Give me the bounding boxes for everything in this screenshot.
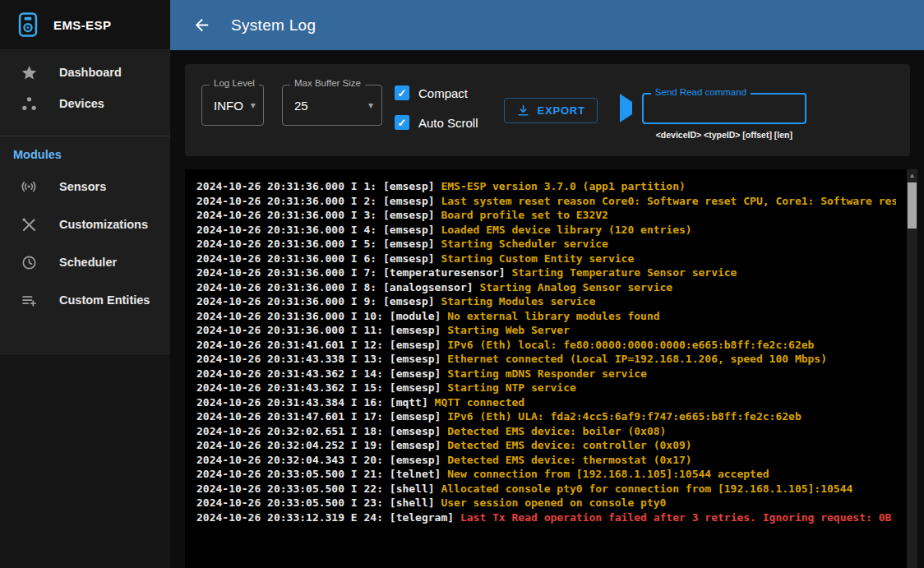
log-line-message: Ethernet connected (Local IP=192.168.1.2…: [447, 353, 827, 365]
log-line-prefix: 2024-10-26 20:31:36.000 I 2: [emsesp]: [196, 195, 441, 207]
log-line-prefix: 2024-10-26 20:32:02.651 I 18: [emsesp]: [196, 425, 447, 437]
export-button-label: EXPORT: [538, 104, 585, 117]
log-line-message: Starting Temperature Sensor service: [512, 266, 737, 279]
log-line-prefix: 2024-10-26 20:31:43.338 I 13: [emsesp]: [196, 353, 447, 365]
log-line: 2024-10-26 20:32:04.343 I 20: [emsesp] D…: [196, 453, 896, 468]
log-line-prefix: 2024-10-26 20:33:05.500 I 21: [telnet]: [196, 468, 447, 480]
log-line-prefix: 2024-10-26 20:33:05.500 I 23: [shell]: [196, 496, 441, 509]
log-line-prefix: 2024-10-26 20:32:04.252 I 19: [emsesp]: [196, 439, 447, 451]
log-line: 2024-10-26 20:31:36.000 I 3: [emsesp] Bo…: [196, 208, 896, 223]
log-line: 2024-10-26 20:32:02.651 I 18: [emsesp] D…: [196, 424, 896, 439]
playlist-add-icon: [19, 290, 39, 310]
log-line-message: Starting Web Server: [447, 324, 570, 336]
log-line-prefix: 2024-10-26 20:31:43.384 I 16: [mqtt]: [196, 396, 435, 409]
tools-icon: [19, 215, 39, 234]
log-line: 2024-10-26 20:31:43.362 I 14: [emsesp] S…: [196, 367, 896, 381]
compact-checkbox-label: Compact: [418, 86, 468, 100]
sidebar-item-scheduler[interactable]: Scheduler: [0, 243, 170, 281]
log-line: 2024-10-26 20:31:43.362 I 15: [emsesp] S…: [196, 381, 896, 395]
max-buffer-size-select[interactable]: Max Buffer Size 25 ▾: [282, 85, 382, 126]
sidebar-item-label: Sensors: [59, 180, 106, 193]
max-buffer-size-value: 25: [294, 99, 308, 113]
modules-section-header: Modules: [0, 148, 170, 168]
log-line: 2024-10-26 20:31:36.000 I 11: [emsesp] S…: [196, 323, 896, 338]
send-read-group: Send Read command <deviceID> <typeID> [o…: [642, 93, 806, 140]
log-line-message: EMS-ESP version 3.7.0 (app1 partition): [441, 180, 685, 192]
log-line-message: Starting Modules service: [441, 295, 595, 307]
log-line: 2024-10-26 20:31:36.000 I 2: [emsesp] La…: [196, 194, 896, 209]
export-button[interactable]: EXPORT: [504, 98, 598, 123]
send-read-helper-text: <deviceID> <typeID> [offset] [len]: [642, 130, 806, 140]
back-button[interactable]: [191, 15, 212, 36]
sidebar-item-label: Devices: [59, 97, 104, 110]
log-line-prefix: 2024-10-26 20:31:36.000 I 9: [emsesp]: [196, 295, 441, 307]
log-line: 2024-10-26 20:31:36.000 I 10: [module] N…: [196, 309, 896, 324]
log-line-message: MQTT connected: [435, 396, 525, 409]
sidebar-item-sensors[interactable]: Sensors: [0, 168, 170, 205]
log-line: 2024-10-26 20:31:36.000 I 1: [emsesp] EM…: [196, 179, 896, 194]
log-line-message: Loaded EMS device library (120 entries): [441, 224, 691, 236]
log-line-message: Detected EMS device: thermostat (0x17): [447, 454, 691, 466]
sidebar-modules-section: Modules Sensors: [0, 136, 170, 353]
compact-checkbox[interactable]: ✓ Compact: [395, 85, 478, 100]
log-line-prefix: 2024-10-26 20:31:43.362 I 14: [emsesp]: [196, 367, 447, 380]
sensors-icon: [19, 177, 39, 196]
log-line-prefix: 2024-10-26 20:31:36.000 I 3: [emsesp]: [196, 209, 441, 221]
log-line: 2024-10-26 20:32:04.252 I 19: [emsesp] D…: [196, 438, 896, 453]
sidebar-item-dashboard[interactable]: Dashboard: [0, 57, 170, 88]
log-line: 2024-10-26 20:31:43.384 I 16: [mqtt] MQT…: [196, 395, 896, 410]
log-line-message: IPv6 (Eth) ULA: fda2:4cc5:6af9:f747:e665…: [447, 410, 801, 423]
log-line: 2024-10-26 20:31:36.000 I 9: [emsesp] St…: [196, 294, 896, 309]
log-line: 2024-10-26 20:33:05.500 I 23: [shell] Us…: [196, 496, 896, 510]
sidebar-item-custom-entities[interactable]: Custom Entities: [0, 281, 170, 319]
arrow-left-icon: [192, 16, 211, 35]
log-line: 2024-10-26 20:31:47.601 I 17: [emsesp] I…: [196, 409, 896, 424]
log-line-message: Last system reset reason Core0: Software…: [441, 195, 896, 207]
auto-scroll-checkbox[interactable]: ✓ Auto Scroll: [395, 115, 478, 130]
sidebar-item-label: Custom Entities: [59, 293, 150, 307]
sidebar-item-devices[interactable]: Devices: [0, 88, 170, 119]
log-line-prefix: 2024-10-26 20:31:36.000 I 6: [emsesp]: [196, 252, 441, 265]
download-icon: [516, 104, 530, 118]
log-line-message: Detected EMS device: controller (0x09): [447, 439, 691, 451]
send-read-label: Send Read command: [651, 87, 751, 97]
sidebar-filler: [0, 353, 170, 568]
log-line: 2024-10-26 20:31:36.000 I 7: [temperatur…: [196, 266, 896, 280]
log-controls-card: Log Level INFO ▾ Max Buffer Size 25 ▾ ✓ …: [185, 64, 910, 156]
scrollbar-up-icon[interactable]: ▲: [907, 169, 917, 182]
log-line: 2024-10-26 20:33:05.500 I 22: [shell] Al…: [196, 482, 896, 496]
max-buffer-size-label: Max Buffer Size: [290, 78, 365, 88]
log-line-prefix: 2024-10-26 20:31:36.000 I 4: [emsesp]: [196, 224, 441, 236]
app-root: EMS-ESP Dashboard Devices Modules: [0, 0, 924, 568]
log-line-prefix: 2024-10-26 20:31:41.601 I 12: [emsesp]: [196, 339, 447, 351]
log-lines: 2024-10-26 20:31:36.000 I 1: [emsesp] EM…: [196, 179, 896, 524]
log-line: 2024-10-26 20:31:36.000 I 5: [emsesp] St…: [196, 237, 896, 252]
play-button[interactable]: [620, 102, 632, 114]
log-line-message: Last Tx Read operation failed after 3 re…: [460, 511, 896, 524]
log-line: 2024-10-26 20:31:41.601 I 12: [emsesp] I…: [196, 338, 896, 353]
send-read-command-input[interactable]: [644, 95, 805, 122]
sidebar-nav: Dashboard Devices: [0, 50, 170, 136]
chevron-down-icon: ▾: [361, 99, 373, 111]
log-line-message: User session opened on console pty0: [441, 496, 666, 509]
log-level-select[interactable]: Log Level INFO ▾: [201, 85, 264, 126]
log-line-prefix: 2024-10-26 20:31:43.362 I 15: [emsesp]: [196, 381, 447, 394]
log-console[interactable]: 2024-10-26 20:31:36.000 I 1: [emsesp] EM…: [185, 169, 917, 568]
sidebar-item-label: Dashboard: [59, 66, 122, 79]
star-icon: [19, 62, 39, 82]
content: Log Level INFO ▾ Max Buffer Size 25 ▾ ✓ …: [170, 50, 924, 568]
scrollbar-thumb[interactable]: [908, 182, 917, 229]
appbar: System Log: [170, 0, 924, 50]
sidebar: EMS-ESP Dashboard Devices Modules: [0, 0, 170, 568]
log-line: 2024-10-26 20:33:12.319 E 24: [telegram]…: [196, 510, 896, 525]
page-title: System Log: [231, 16, 316, 35]
log-line: 2024-10-26 20:31:43.338 I 13: [emsesp] E…: [196, 352, 896, 367]
log-line: 2024-10-26 20:33:05.500 I 21: [telnet] N…: [196, 467, 896, 482]
log-line-message: IPv6 (Eth) local: fe80:0000:0000:0000:e6…: [447, 339, 814, 351]
log-line-prefix: 2024-10-26 20:32:04.343 I 20: [emsesp]: [196, 454, 447, 466]
log-line-prefix: 2024-10-26 20:33:05.500 I 22: [shell]: [196, 483, 441, 495]
app-title: EMS-ESP: [53, 18, 111, 32]
sidebar-item-customizations[interactable]: Customizations: [0, 205, 170, 243]
ems-esp-logo-icon: [14, 11, 42, 39]
checkbox-group: ✓ Compact ✓ Auto Scroll: [395, 85, 478, 130]
